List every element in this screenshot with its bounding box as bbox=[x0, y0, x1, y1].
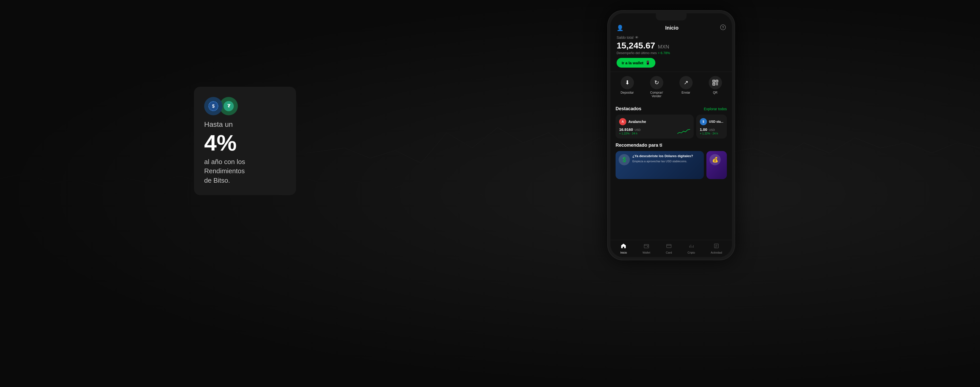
svg-rect-18 bbox=[644, 244, 649, 248]
rec-card-text-1: ¿Ya descubriste los Dólares digitales? E… bbox=[632, 154, 701, 163]
rec-card-bg-1: 💲 ¿Ya descubriste los Dólares digitales?… bbox=[616, 151, 704, 179]
nav-cripto[interactable]: Cripto bbox=[687, 243, 695, 254]
nav-wallet[interactable]: Wallet bbox=[643, 243, 650, 254]
qr-label: QR bbox=[713, 91, 718, 94]
phone-outer-frame: 👤 Inicio ? Saldo total 👁 15,245.67 M bbox=[608, 10, 735, 260]
wallet-nav-icon bbox=[644, 243, 649, 250]
home-icon bbox=[620, 243, 626, 250]
balance-section: Saldo total 👁 15,245.67 MXN Desempeño de… bbox=[611, 33, 732, 72]
svg-rect-11 bbox=[717, 81, 717, 81]
balance-currency: MXN bbox=[658, 44, 669, 49]
avax-price: 16.9160 USD bbox=[619, 127, 641, 132]
depositar-icon: ⬇ bbox=[620, 76, 634, 89]
featured-title: Destacados bbox=[616, 106, 641, 111]
comprar-vender-action[interactable]: ↻ Comprar/Vender bbox=[650, 76, 663, 98]
featured-section: Destacados Explorar todos A Avalanche bbox=[611, 102, 732, 138]
avalanche-name: Avalanche bbox=[628, 120, 646, 124]
nav-wallet-label: Wallet bbox=[643, 251, 650, 254]
svg-rect-20 bbox=[667, 244, 671, 248]
featured-cards: A Avalanche 16.9160 USD + 1.22% · 24 h bbox=[616, 114, 727, 138]
svg-text:?: ? bbox=[722, 25, 724, 29]
usd-price: 1.00 USD bbox=[700, 127, 723, 132]
featured-header: Destacados Explorar todos bbox=[616, 106, 727, 111]
enviar-action[interactable]: ↗ Enviar bbox=[679, 76, 693, 98]
page-title: Inicio bbox=[665, 25, 678, 31]
svg-rect-17 bbox=[717, 84, 718, 85]
spacer bbox=[611, 179, 732, 240]
avax-avatar: A bbox=[619, 118, 626, 125]
card-nav-icon bbox=[666, 243, 672, 250]
nav-actividad-label: Actividad bbox=[711, 251, 722, 254]
rec-card-bg-2: 💰 bbox=[706, 151, 727, 179]
recommended-cards: 💲 ¿Ya descubriste los Dólares digitales?… bbox=[616, 151, 727, 179]
performance-value: + 6.78% bbox=[658, 51, 670, 55]
profile-icon[interactable]: 👤 bbox=[617, 25, 624, 32]
explore-all-link[interactable]: Explorar todos bbox=[704, 107, 727, 111]
svg-rect-12 bbox=[714, 84, 714, 84]
qr-icon bbox=[709, 76, 722, 89]
enviar-icon: ↗ bbox=[679, 76, 693, 89]
balance-label: Saldo total 👁 bbox=[617, 35, 726, 40]
avax-change: + 1.22% · 24 h bbox=[619, 132, 641, 135]
eye-icon[interactable]: 👁 bbox=[635, 35, 638, 40]
usd-coin-row: $ USD sta... bbox=[700, 118, 723, 125]
avalanche-coin-row: A Avalanche bbox=[619, 118, 690, 125]
svg-text:$: $ bbox=[212, 103, 215, 109]
nav-card-label: Card bbox=[666, 251, 672, 254]
recommended-section: Recomendado para ti 💲 ¿Ya descubriste lo… bbox=[611, 138, 732, 179]
nav-actividad[interactable]: Actividad bbox=[711, 243, 722, 254]
bitso-coin-icon: $ bbox=[204, 97, 223, 115]
svg-rect-16 bbox=[716, 84, 717, 85]
recommended-header: Recomendado para ti bbox=[616, 143, 727, 148]
rec-card-title-1: ¿Ya descubriste los Dólares digitales? bbox=[632, 154, 701, 159]
avalanche-card[interactable]: A Avalanche 16.9160 USD + 1.22% · 24 h bbox=[616, 114, 694, 138]
nav-cripto-label: Cripto bbox=[687, 251, 695, 254]
recommended-title: Recomendado para ti bbox=[616, 143, 662, 148]
phone-screen: 👤 Inicio ? Saldo total 👁 15,245.67 M bbox=[611, 13, 732, 257]
svg-rect-19 bbox=[647, 246, 648, 247]
help-icon[interactable]: ? bbox=[720, 24, 726, 32]
promo-icons: $ ₮ bbox=[204, 97, 286, 115]
nav-card[interactable]: Card bbox=[666, 243, 672, 254]
svg-rect-10 bbox=[714, 81, 714, 81]
phone-mockup: 👤 Inicio ? Saldo total 👁 15,245.67 M bbox=[608, 10, 735, 265]
nav-inicio-label: Inicio bbox=[620, 251, 627, 254]
comprar-vender-label: Comprar/Vender bbox=[650, 91, 663, 98]
rec-card-second[interactable]: 💰 bbox=[706, 151, 727, 179]
wallet-icon: 📱 bbox=[646, 60, 650, 65]
wallet-button[interactable]: Ir a la wallet 📱 bbox=[617, 58, 655, 68]
rec-card-desc-1: Empieza a aprovechar las USD stablecoins… bbox=[632, 159, 701, 163]
comprar-vender-icon: ↻ bbox=[650, 76, 663, 89]
usd-avatar: $ bbox=[700, 118, 707, 125]
actividad-nav-icon bbox=[714, 243, 719, 250]
qr-action[interactable]: QR bbox=[709, 76, 722, 98]
bottom-nav: Inicio Wallet bbox=[611, 240, 732, 257]
actions-row: ⬇ Depositar ↻ Comprar/Vender ↗ Enviar bbox=[611, 72, 732, 102]
promo-description: al año con losRendimientosde Bitso. bbox=[204, 157, 286, 185]
enviar-label: Enviar bbox=[681, 91, 690, 94]
svg-rect-15 bbox=[717, 83, 718, 84]
usd-name: USD sta... bbox=[709, 120, 723, 124]
phone-notch bbox=[656, 13, 687, 21]
app-header: 👤 Inicio ? bbox=[611, 21, 732, 33]
nav-inicio[interactable]: Inicio bbox=[620, 243, 627, 254]
balance-amount: 15,245.67 MXN bbox=[617, 41, 726, 51]
rec-card-digital-dollars[interactable]: 💲 ¿Ya descubriste los Dólares digitales?… bbox=[616, 151, 704, 179]
cripto-nav-icon bbox=[689, 243, 694, 250]
balance-performance: Desempeño del último mes + 6.78% bbox=[617, 51, 726, 55]
rec-card-icon-2: 💰 bbox=[710, 154, 721, 165]
depositar-action[interactable]: ⬇ Depositar bbox=[620, 76, 634, 98]
rec-card-icon-1: 💲 bbox=[619, 154, 630, 165]
usd-change: + 1.22% · 24 h bbox=[700, 132, 723, 135]
promo-percent: 4% bbox=[204, 132, 286, 154]
promo-card: $ ₮ Hasta un 4% al año con losRendimient… bbox=[194, 87, 296, 195]
usd-stable-card[interactable]: $ USD sta... 1.00 USD + 1.22% · 24 h bbox=[696, 114, 727, 138]
promo-hasta-label: Hasta un bbox=[204, 121, 286, 128]
depositar-label: Depositar bbox=[620, 91, 634, 94]
avax-mini-chart bbox=[677, 127, 690, 135]
svg-rect-14 bbox=[716, 83, 717, 84]
